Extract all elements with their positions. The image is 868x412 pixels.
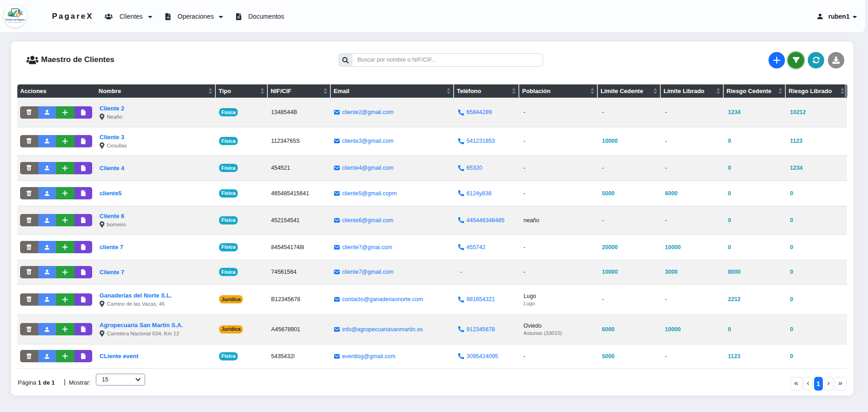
svg-text:$: $ bbox=[17, 13, 19, 17]
svg-text:— Clientes & Operaciones —: — Clientes & Operaciones — bbox=[6, 21, 24, 23]
svg-text:Gestión de Pagarés: Gestión de Pagarés bbox=[5, 19, 25, 21]
